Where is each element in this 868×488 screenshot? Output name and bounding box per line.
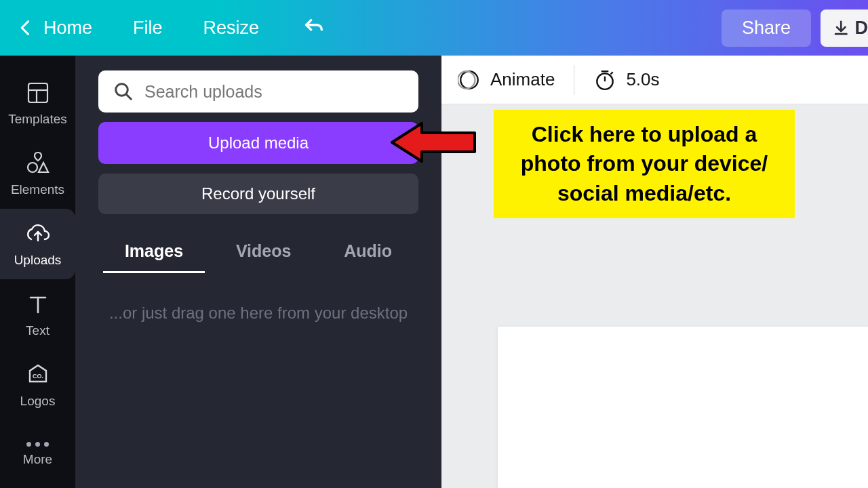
sidebar-label-templates: Templates — [8, 112, 67, 127]
upload-media-button[interactable]: Upload media — [98, 122, 418, 164]
uploads-panel: Upload media Record yourself Images Vide… — [75, 56, 441, 488]
svg-rect-1 — [28, 83, 47, 102]
callout-text: Click here to upload a photo from your d… — [507, 120, 781, 208]
sidebar-label-more: More — [23, 452, 52, 467]
animate-label: Animate — [490, 69, 555, 90]
duration-label: 5.0s — [626, 69, 659, 90]
file-menu[interactable]: File — [133, 18, 163, 39]
design-page[interactable] — [498, 327, 868, 488]
sidebar-item-templates[interactable]: Templates — [0, 68, 75, 138]
home-menu[interactable]: Home — [43, 18, 92, 39]
topbar-right-group: Share D — [722, 0, 868, 56]
left-sidebar: Templates Elements Uploads Text CO. Logo… — [0, 56, 75, 488]
back-icon[interactable] — [16, 18, 35, 37]
undo-icon[interactable] — [302, 16, 326, 39]
instruction-callout: Click here to upload a photo from your d… — [494, 110, 795, 218]
sidebar-item-elements[interactable]: Elements — [0, 138, 75, 209]
sidebar-item-logos[interactable]: CO. Logos — [0, 350, 75, 420]
sidebar-item-text[interactable]: Text — [0, 279, 75, 350]
red-arrow-annotation — [388, 119, 479, 165]
tab-videos[interactable]: Videos — [229, 235, 298, 272]
duration-button[interactable]: 5.0s — [593, 68, 659, 92]
download-button[interactable]: D — [821, 9, 868, 47]
canvas-toolbar: Animate 5.0s — [441, 56, 868, 104]
search-icon — [113, 81, 134, 102]
dropzone-hint: ...or just drag one here from your deskt… — [98, 302, 418, 325]
animate-button[interactable]: Animate — [458, 68, 555, 92]
top-menu-bar: Home File Resize Share D — [0, 0, 868, 56]
download-label-fragment: D — [855, 18, 869, 39]
sidebar-label-text: Text — [26, 323, 50, 338]
svg-line-12 — [126, 94, 132, 100]
sidebar-item-more[interactable]: More — [0, 420, 75, 488]
svg-marker-5 — [39, 163, 48, 172]
timer-icon — [593, 68, 616, 92]
sidebar-label-logos: Logos — [20, 394, 56, 409]
svg-text:CO.: CO. — [32, 373, 43, 380]
animate-icon — [458, 68, 481, 92]
more-icon — [26, 442, 49, 447]
svg-line-18 — [611, 72, 613, 74]
search-uploads-input[interactable] — [144, 82, 403, 102]
sidebar-item-uploads[interactable]: Uploads — [0, 209, 75, 279]
toolbar-separator — [574, 65, 574, 95]
record-yourself-button[interactable]: Record yourself — [98, 174, 418, 214]
resize-menu[interactable]: Resize — [203, 18, 260, 39]
search-uploads-box[interactable] — [98, 70, 418, 113]
sidebar-label-uploads: Uploads — [14, 253, 62, 268]
tab-audio[interactable]: Audio — [337, 235, 399, 272]
media-tabs: Images Videos Audio — [98, 235, 418, 272]
tab-images[interactable]: Images — [118, 235, 190, 272]
svg-point-4 — [28, 163, 37, 172]
sidebar-label-elements: Elements — [11, 182, 64, 197]
share-button[interactable]: Share — [722, 9, 811, 47]
